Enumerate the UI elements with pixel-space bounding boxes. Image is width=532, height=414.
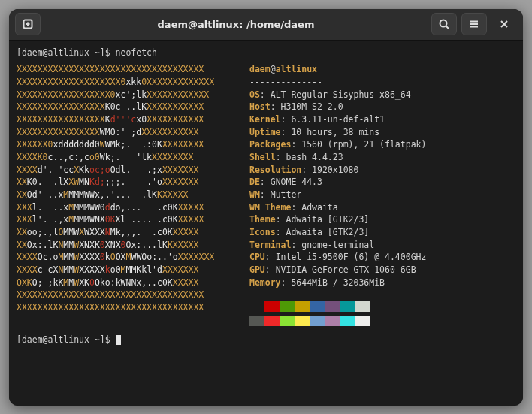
- ascii-logo-line: XXXXXXXXXXXXXXXXXX0xc';lkXXXXXXXXXXXX: [17, 89, 209, 100]
- ascii-logo-line: XXXXXXXXXXXXXXXXXK0c ..lKXXXXXXXXXXX: [17, 101, 204, 112]
- ascii-logo-line: XXXXXX0xddddddd0WWMk;. .:0KXXXXXXXX: [17, 139, 204, 150]
- prompt-line: [daem@altlinux ~]$ neofetch: [17, 47, 515, 59]
- new-tab-button[interactable]: [15, 13, 41, 35]
- ascii-logo-line: XXOd' ..xMMMMWWx,.'... .lKKXXXXX: [17, 189, 189, 200]
- cursor: [116, 335, 121, 345]
- prompt-line-cursor: [daem@altlinux ~]$: [17, 334, 515, 346]
- menu-button[interactable]: [461, 13, 487, 35]
- ascii-logo-line: XXoo;.,lOMMWXWXXXNMk,,,. .c0KXXXXX: [17, 227, 198, 237]
- ascii-logo-line: OXKO; ;kKMMWXK0Oko:kWNNx,..c0KXXXXX: [17, 277, 198, 288]
- plus-icon: [22, 18, 34, 30]
- ascii-logo-line: XXXXd'. 'ccXKkoc;oOdl. .;xXXXXXXX: [17, 165, 198, 175]
- ascii-logo-line: XXXXXXXXXXXXXXXXXXXXXXXXXXXXXXXXXXXX: [17, 302, 204, 313]
- hamburger-icon: [468, 18, 480, 30]
- ascii-logo-line: XXXXc cXNMMWXXXXXko0MMMKkl'dXXXXXXX: [17, 264, 198, 275]
- ascii-logo-line: XXXXXXXXXXXXXXXXWMO:' ;dXXXXXXXXXXX: [17, 127, 198, 137]
- ascii-logo-line: XXXl. ..xMMMMWW0ddo,... .c0KXXXXX: [17, 202, 204, 213]
- ascii-logo-line: XXXXXXXXXXXXXXXXXXXX0xkk0XXXXXXXXXXXXX: [17, 77, 214, 87]
- titlebar: daem@altlinux: /home/daem: [9, 9, 523, 41]
- close-button[interactable]: [491, 13, 517, 35]
- svg-point-3: [440, 20, 447, 27]
- ascii-logo-line: XXK0. .lXXWMNKd;;;;. .'oXXXXXXX: [17, 177, 198, 187]
- ascii-logo-line: XXXXOc.oMMMWXXXX0kOOXMWWOo:..'oXXXXXXX: [17, 252, 214, 262]
- svg-line-4: [446, 26, 449, 29]
- ascii-logo-line: XXXXXXXXXXXXXXXXXXXXXXXXXXXXXXXXXXXX: [17, 64, 204, 74]
- ascii-logo-line: XXXl'. .,xMMMMWNX0KXl .... .c0KXXXXX: [17, 214, 204, 225]
- color-swatches: [249, 301, 370, 312]
- close-icon: [498, 18, 510, 30]
- search-icon: [438, 18, 450, 30]
- terminal-body[interactable]: [daem@altlinux ~]$ neofetchXXXXXXXXXXXXX…: [9, 41, 523, 406]
- ascii-logo-line: XXXXXXXXXXXXXXXXXKd'''cx0XXXXXXXXXXX: [17, 114, 204, 125]
- terminal-window: daem@altlinux: /home/daem [daem@altlinux…: [9, 9, 523, 406]
- ascii-logo-line: XXXXK0c..,c:,co0Wk;. 'lkXXXXXXXX: [17, 152, 193, 162]
- color-swatches-bright: [249, 316, 370, 326]
- ascii-logo-line: XXOx:.lKNMMWXNXK0XNX0Ox:...lKKXXXXX: [17, 240, 198, 250]
- ascii-logo-line: XXXXXXXXXXXXXXXXXXXXXXXXXXXXXXXXXXXX: [17, 289, 204, 300]
- search-button[interactable]: [431, 13, 457, 35]
- window-title: daem@altlinux: /home/daem: [45, 19, 427, 30]
